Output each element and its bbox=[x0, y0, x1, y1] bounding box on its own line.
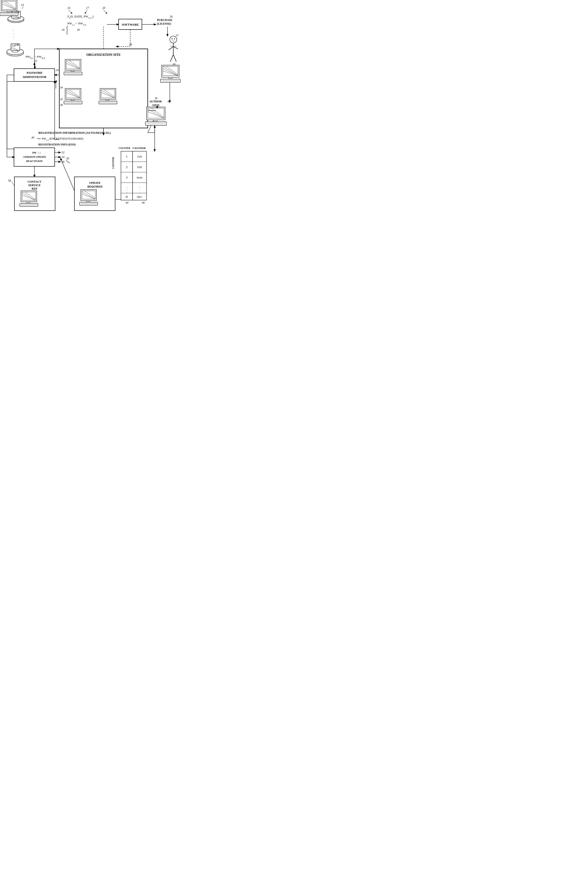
authorized-label: AUTHOR- bbox=[149, 100, 163, 103]
formula-fn: Fn(S, DATE, PW1,x-1) bbox=[68, 15, 93, 19]
calendar-header-text: CALENDAR bbox=[133, 147, 146, 149]
reg-info-esn: REGISTRATION INFO (ESN) bbox=[38, 143, 76, 146]
ref-24: 24 bbox=[56, 68, 58, 72]
diagram-svg: S · · · S 10 14 14 bbox=[0, 0, 209, 312]
svg-rect-42 bbox=[160, 79, 180, 83]
formula-pw: PW1,1 ··· PW1,N bbox=[68, 22, 86, 26]
license-label: (LICENSE) bbox=[157, 22, 171, 26]
svg-line-34 bbox=[173, 55, 176, 62]
org-site-label: ORGANIZATION SITE bbox=[86, 53, 120, 57]
ref-36: 36 bbox=[154, 96, 158, 100]
counter-header-text: COUNTER bbox=[118, 147, 130, 149]
purchase-label: PURCHASE bbox=[157, 18, 172, 22]
svg-text:·: · bbox=[13, 32, 14, 36]
update-label1: UPDATE bbox=[89, 181, 100, 185]
svg-rect-62 bbox=[0, 12, 18, 16]
svg-line-33 bbox=[170, 55, 173, 62]
svg-line-32 bbox=[173, 47, 178, 49]
cal-dec: DEC bbox=[137, 195, 142, 198]
ref-20: 20 bbox=[102, 6, 105, 9]
contact-label3: REP bbox=[32, 187, 37, 190]
svg-rect-112 bbox=[20, 203, 38, 206]
ref-54: 54 bbox=[62, 155, 64, 159]
ref-34: 34 bbox=[60, 86, 63, 89]
svg-rect-61 bbox=[7, 11, 10, 12]
svg-rect-74 bbox=[100, 89, 116, 99]
customer-computer bbox=[160, 65, 180, 83]
counter-header: COUNTER bbox=[112, 157, 114, 169]
cal-jan: JAN bbox=[137, 155, 142, 158]
svg-line-31 bbox=[169, 47, 173, 50]
person-icon bbox=[169, 36, 178, 62]
org-computer-br bbox=[99, 89, 117, 104]
cal-mar: MAR bbox=[136, 176, 142, 179]
svg-rect-52 bbox=[71, 70, 74, 71]
authorized-computer bbox=[146, 107, 166, 125]
counter-n: N bbox=[126, 195, 128, 198]
svg-rect-128 bbox=[81, 190, 96, 201]
ref-44: 44 bbox=[126, 201, 128, 204]
counter-3: 3 bbox=[126, 176, 128, 179]
svg-point-28 bbox=[172, 38, 172, 39]
password-admin-box bbox=[14, 69, 55, 81]
svg-rect-134 bbox=[80, 202, 98, 205]
svg-text:S: S bbox=[14, 44, 15, 46]
ref-14-top: 14 bbox=[68, 6, 70, 9]
ref-30: 30 bbox=[172, 63, 176, 66]
counter-1: 1 bbox=[126, 155, 128, 158]
cal-feb: FEB bbox=[137, 166, 142, 168]
svg-rect-17 bbox=[17, 44, 19, 46]
svg-text:·: · bbox=[140, 191, 140, 194]
software-label: SOFTWARE bbox=[122, 23, 139, 26]
svg-text:·: · bbox=[140, 188, 140, 191]
ref-42: 42 bbox=[168, 100, 170, 103]
password-admin-label2: ADMINISTRATOR bbox=[22, 75, 46, 79]
svg-rect-79 bbox=[106, 99, 109, 100]
svg-rect-98 bbox=[146, 122, 166, 125]
svg-point-29 bbox=[174, 38, 175, 39]
ref-40: 40 bbox=[32, 136, 34, 139]
svg-rect-80 bbox=[99, 101, 117, 104]
svg-point-13 bbox=[12, 51, 18, 53]
ref-26: 26 bbox=[170, 15, 172, 18]
ref-17: 17 bbox=[86, 6, 89, 9]
svg-line-21 bbox=[22, 6, 23, 9]
ref-22: 22 bbox=[34, 59, 37, 62]
disk-icon-2: S bbox=[7, 44, 24, 56]
pw11-enc-label: PW1,1 (ENCRYPTED/STANDARD) bbox=[42, 137, 83, 141]
svg-rect-106 bbox=[21, 191, 37, 202]
svg-rect-97 bbox=[153, 120, 157, 121]
svg-rect-133 bbox=[87, 201, 90, 201]
pwn-formula: PWN,1 ··· PWN,X bbox=[26, 55, 45, 59]
pw12-label3: DEACTIVATE bbox=[26, 160, 43, 162]
pw12-label1: PW bbox=[32, 151, 36, 154]
password-admin-label1: PASSWORD bbox=[27, 71, 42, 75]
reg-info-label: REGISTRATION INFORMATION (AUTO/MANUAL) bbox=[38, 131, 111, 135]
ref-46: 46 bbox=[142, 201, 145, 204]
svg-rect-35 bbox=[162, 65, 179, 77]
counter-2: 2 bbox=[126, 165, 128, 169]
ref-18: 18 bbox=[77, 28, 80, 32]
svg-text:·: · bbox=[13, 36, 14, 39]
ref-14-label: 14 bbox=[21, 3, 24, 6]
authorized-label2: IZED bbox=[152, 104, 159, 107]
contact-label1: CONTACT bbox=[27, 180, 41, 183]
org-computer-bl bbox=[64, 89, 82, 104]
ref-58: 58 bbox=[8, 179, 11, 182]
org-computer-tl bbox=[64, 59, 82, 75]
ref-32: 32 bbox=[60, 98, 63, 101]
contact-label2: SERVICE bbox=[28, 183, 41, 187]
ref-12: 12 bbox=[176, 33, 178, 37]
dots-label: · bbox=[13, 29, 14, 32]
svg-rect-53 bbox=[64, 72, 82, 75]
svg-rect-92 bbox=[147, 107, 165, 120]
update-label2: REQUIRED bbox=[87, 185, 103, 188]
svg-point-27 bbox=[170, 36, 177, 43]
cal-dots1: · bbox=[140, 186, 140, 188]
svg-line-137 bbox=[60, 158, 74, 191]
pw12-label2: ,VERSION UPDATE bbox=[23, 155, 46, 158]
ref-28: 28 bbox=[129, 43, 132, 46]
ref-50: 50 bbox=[66, 157, 69, 160]
ref-16: 16 bbox=[62, 28, 64, 32]
svg-rect-111 bbox=[27, 202, 30, 203]
